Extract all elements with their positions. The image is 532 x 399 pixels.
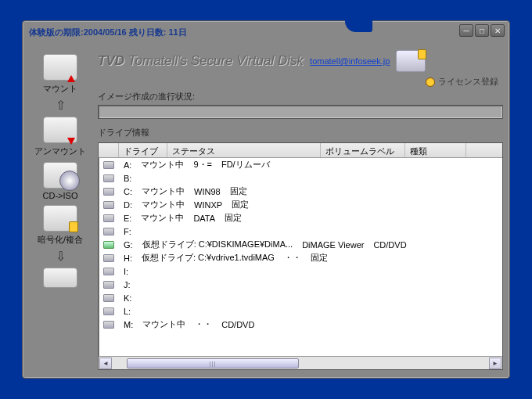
drive-type: 固定 [225, 185, 252, 197]
scroll-right-button[interactable]: ► [489, 358, 501, 369]
drive-unmount-icon [43, 117, 77, 143]
table-row[interactable]: E:マウント中DATA固定 [99, 211, 502, 225]
drive-status: マウント中 [136, 159, 189, 171]
drive-type: CD/DVD [368, 240, 411, 250]
sidebar: マウント ⇧ アンマウント CD->ISO 暗号化/複合 ⇩ [26, 46, 95, 370]
drive-row-icon [99, 201, 119, 209]
drive-status: 仮想ドライブ: C:¥DISKIMAGE¥DiMA... [138, 239, 298, 250]
drive-row-icon [99, 321, 119, 329]
header-row: TVD Tomatell's Secure Virtual Disk tomat… [98, 46, 503, 76]
table-row[interactable]: L: [99, 304, 502, 318]
sidebar-item-encrypt[interactable]: 暗号化/複合 [38, 205, 83, 246]
drive-row-icon [99, 241, 119, 249]
drive-row-icon [99, 214, 119, 222]
drive-letter: C: [119, 187, 137, 196]
horizontal-scrollbar[interactable]: ◄ ► [99, 356, 502, 369]
drive-letter: D: [119, 200, 137, 210]
drive-info-label: ドライブ情報 [98, 127, 149, 138]
progress-label: イメージ作成の進行状況: [98, 91, 503, 102]
main-panel: TVD Tomatell's Secure Virtual Disk tomat… [95, 46, 503, 370]
table-row[interactable]: F: [99, 225, 502, 238]
drive-type: 固定 [306, 252, 332, 264]
table-row[interactable]: M:マウント中・・CD/DVD [99, 318, 502, 331]
drive-letter: F: [119, 227, 136, 236]
table-row[interactable]: B: [99, 171, 502, 185]
drive-volume: ・・ [279, 252, 306, 264]
email-link[interactable]: tomatell@infoseek.jp [310, 56, 390, 66]
sidebar-item-mount[interactable]: マウント [43, 54, 77, 95]
drive-letter: M: [119, 320, 138, 329]
table-row[interactable]: K: [99, 291, 502, 304]
drive-letter: L: [119, 307, 135, 316]
column-drive[interactable]: ドライブ [119, 143, 167, 157]
progress-bar [98, 105, 503, 119]
sidebar-item-cd-iso[interactable]: CD->ISO [43, 162, 78, 200]
drive-info-header: ドライブ情報 [98, 125, 503, 141]
drive-mount-icon [43, 54, 77, 81]
column-icon[interactable] [99, 143, 119, 157]
table-row[interactable]: D:マウント中WINXP固定 [99, 198, 502, 211]
secure-drive-icon [396, 50, 426, 72]
drive-row-icon [99, 254, 119, 262]
drive-letter: J: [119, 280, 135, 289]
drive-status: マウント中 [138, 318, 190, 330]
drive-row-icon [99, 268, 119, 275]
drive-letter: E: [119, 214, 136, 223]
list-header: ドライブ ステータス ボリュームラベル 種類 [99, 143, 502, 158]
trial-info: 体験版の期限:2004/05/16 残り日数: 11日 [29, 27, 187, 38]
drive-row-icon [99, 228, 119, 235]
drive-type: 固定 [227, 199, 253, 210]
encrypt-icon [43, 205, 77, 232]
drive-type: CD/DVD [217, 320, 259, 329]
drive-row-icon [99, 294, 119, 302]
drive-row-icon [99, 307, 119, 315]
drive-row-icon [99, 161, 119, 169]
column-volume[interactable]: ボリュームラベル [321, 143, 405, 157]
drive-status: マウント中 [137, 185, 189, 197]
drive-type: 固定 [220, 212, 246, 224]
window-controls: ─ □ ✕ [459, 24, 505, 37]
drive-letter: A: [119, 160, 136, 170]
sidebar-item-label: 暗号化/複合 [38, 234, 83, 246]
drive-status: マウント中 [136, 212, 189, 224]
misc-icon [43, 268, 77, 288]
table-row[interactable]: H:仮想ドライブ: C:¥vdrive1.tvdiMAG・・固定 [99, 251, 502, 264]
drive-letter: B: [119, 174, 136, 183]
scroll-thumb[interactable] [127, 358, 299, 368]
drive-row-icon [99, 281, 119, 289]
drive-status: 仮想ドライブ: C:¥vdrive1.tvdiMAG [137, 252, 279, 264]
titlebar: 体験版の期限:2004/05/16 残り日数: 11日 ─ □ ✕ [23, 21, 509, 43]
table-row[interactable]: I: [99, 264, 502, 278]
drive-row-icon [99, 174, 119, 182]
sidebar-item-misc[interactable] [43, 268, 77, 288]
table-row[interactable]: A:マウント中9・=FD/リムーバ [99, 158, 502, 171]
sidebar-item-label: CD->ISO [43, 191, 78, 200]
maximize-button[interactable]: □ [475, 24, 489, 37]
drive-volume: 9・= [189, 159, 217, 171]
drive-letter: K: [119, 293, 136, 303]
drive-letter: H: [119, 253, 137, 263]
drive-volume: DATA [189, 214, 220, 223]
sidebar-item-label: アンマウント [34, 146, 86, 157]
cd-iso-icon [43, 162, 77, 189]
list-rows: A:マウント中9・=FD/リムーバB:C:マウント中WIN98固定D:マウント中… [99, 158, 502, 356]
drive-volume: DiMAGE Viewer [297, 240, 368, 250]
column-type[interactable]: 種類 [405, 143, 466, 157]
app-title-tvd: TVD [98, 53, 124, 68]
key-icon [426, 77, 435, 87]
table-row[interactable]: G:仮想ドライブ: C:¥DISKIMAGE¥DiMA...DiMAGE Vie… [99, 238, 502, 251]
scroll-left-button[interactable]: ◄ [99, 358, 112, 369]
sidebar-item-unmount[interactable]: アンマウント [34, 117, 86, 157]
sidebar-item-label: マウント [43, 83, 77, 95]
minimize-button[interactable]: ─ [459, 24, 473, 37]
arrow-down-icon: ⇩ [56, 250, 66, 263]
column-status[interactable]: ステータス [167, 143, 321, 157]
arrow-up-icon: ⇧ [56, 99, 66, 112]
close-button[interactable]: ✕ [491, 24, 505, 37]
license-label: ライセンス登録 [438, 76, 498, 88]
license-row[interactable]: ライセンス登録 [98, 76, 503, 88]
app-title: TVD Tomatell's Secure Virtual Disk [98, 53, 304, 69]
table-row[interactable]: C:マウント中WIN98固定 [99, 185, 502, 198]
drive-letter: G: [119, 240, 138, 250]
table-row[interactable]: J: [99, 278, 502, 291]
